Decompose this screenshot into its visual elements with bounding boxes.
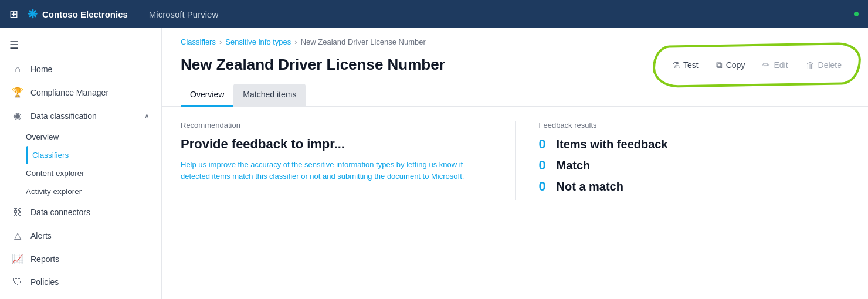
sidebar: ☰ ⌂ Home 🏆 Compliance Manager ◉ Data cla… [0,28,162,299]
feedback-item-1: 0 Match [539,158,850,173]
sidebar-sub-menu: Overview Classifiers Content explorer Ac… [0,128,161,201]
copy-label: Copy [726,60,745,70]
company-logo: ❋ Contoso Electronics [28,7,128,21]
recommendation-heading: Provide feedback to impr... [181,137,491,152]
tabs: Overview Matched items [162,84,868,107]
sidebar-item-label: Alerts [30,231,52,240]
breadcrumb: Classifiers › Sensitive info types › New… [162,28,868,51]
sidebar-item-label: Home [30,64,52,74]
recommendation-description: Help us improve the accuracy of the sens… [181,159,491,182]
sidebar-item-data-classification[interactable]: ◉ Data classification ∧ [2,104,159,127]
edit-button[interactable]: ✏ Edit [755,56,795,74]
sidebar-item-activity-explorer[interactable]: Activity explorer [26,182,161,201]
page-title: New Zealand Driver License Number [181,56,445,74]
edit-label: Edit [774,60,788,70]
edit-icon: ✏ [762,60,770,70]
data-classification-icon: ◉ [12,110,23,121]
header-actions: ⚗ Test ⧉ Copy ✏ Edit 🗑 Delete [664,56,849,74]
layout: ☰ ⌂ Home 🏆 Compliance Manager ◉ Data cla… [0,28,868,299]
sidebar-item-label: Reports [30,254,59,264]
feedback-count-0: 0 [539,137,551,152]
hamburger-icon[interactable]: ☰ [0,33,161,57]
breadcrumb-sep-1: › [219,38,222,46]
sidebar-item-classifiers[interactable]: Classifiers [26,146,161,164]
main-content: Classifiers › Sensitive info types › New… [162,28,868,299]
sidebar-item-label: Data classification [30,111,97,121]
test-icon: ⚗ [672,60,680,70]
content-area: Recommendation Provide feedback to impr.… [162,107,868,214]
app-name: Microsoft Purview [149,9,218,19]
feedback-item-0: 0 Items with feedback [539,137,850,152]
grid-icon[interactable]: ⊞ [9,8,18,21]
feedback-label-0: Items with feedback [557,138,668,151]
copy-button[interactable]: ⧉ Copy [708,56,753,74]
sidebar-item-label: Compliance Manager [30,88,108,97]
status-dot [854,12,859,16]
policies-icon: 🛡 [12,277,23,287]
sidebar-item-overview[interactable]: Overview [26,128,161,146]
sidebar-item-label: Data connectors [30,208,90,217]
delete-label: Delete [818,60,842,70]
home-icon: ⌂ [12,64,23,74]
chevron-up-icon: ∧ [144,112,150,120]
sidebar-item-alerts[interactable]: △ Alerts [2,224,159,247]
alerts-icon: △ [12,230,23,241]
page-header: New Zealand Driver License Number ⚗ Test… [162,51,868,84]
sidebar-item-policies[interactable]: 🛡 Policies [2,271,159,293]
breadcrumb-current: New Zealand Driver License Number [301,38,426,46]
breadcrumb-classifiers[interactable]: Classifiers [181,38,216,46]
copy-icon: ⧉ [716,60,723,70]
company-name: Contoso Electronics [42,9,128,19]
feedback-section: Feedback results 0 Items with feedback 0… [539,121,850,200]
feedback-label: Feedback results [539,121,850,130]
logo-icon: ❋ [28,7,38,21]
sidebar-item-data-connectors[interactable]: ⛓ Data connectors [2,201,159,223]
compliance-icon: 🏆 [12,87,23,98]
sidebar-item-home[interactable]: ⌂ Home [2,58,159,80]
feedback-count-1: 0 [539,158,551,173]
data-connectors-icon: ⛓ [12,207,23,218]
sidebar-item-compliance-manager[interactable]: 🏆 Compliance Manager [2,81,159,104]
sidebar-item-content-explorer[interactable]: Content explorer [26,164,161,182]
tab-matched-items[interactable]: Matched items [233,84,306,107]
sidebar-item-label: Policies [30,277,59,287]
feedback-item-2: 0 Not a match [539,179,850,194]
sidebar-item-reports[interactable]: 📈 Reports [2,247,159,270]
recommendation-section: Recommendation Provide feedback to impr.… [181,121,516,200]
breadcrumb-sensitive-info-types[interactable]: Sensitive info types [225,38,291,46]
tab-overview[interactable]: Overview [181,84,233,107]
test-button[interactable]: ⚗ Test [664,56,706,74]
delete-icon: 🗑 [806,60,815,70]
feedback-count-2: 0 [539,179,551,194]
delete-button[interactable]: 🗑 Delete [798,56,849,74]
recommendation-label: Recommendation [181,121,491,130]
test-label: Test [683,60,699,70]
breadcrumb-sep-2: › [294,38,297,46]
feedback-label-1: Match [557,159,591,172]
topbar: ⊞ ❋ Contoso Electronics Microsoft Purvie… [0,0,868,28]
feedback-label-2: Not a match [557,180,623,193]
reports-icon: 📈 [12,253,23,264]
